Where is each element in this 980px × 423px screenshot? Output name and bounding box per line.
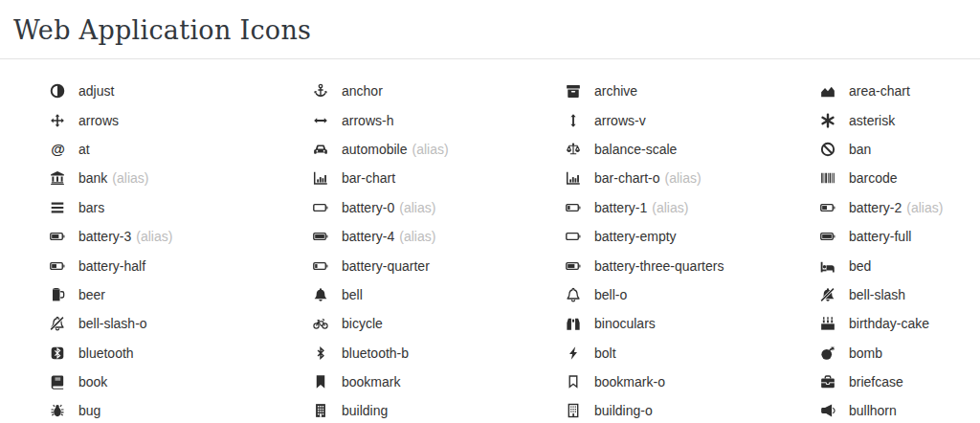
icon-list-item[interactable]: birthday-cake: [813, 316, 980, 331]
icon-list-item[interactable]: binoculars: [558, 316, 813, 331]
alias-badge: (alias): [906, 200, 943, 215]
icon-list-item[interactable]: book: [42, 374, 305, 390]
icon-list-item[interactable]: battery-three-quarters: [558, 258, 813, 274]
alias-badge: (alias): [399, 229, 435, 244]
icon-name: bluetooth-b: [342, 345, 409, 361]
icon-list-item[interactable]: beer: [42, 287, 305, 302]
icon-name: bell-slash: [849, 287, 905, 302]
icon-list-item[interactable]: bell-o: [558, 287, 813, 302]
icon-list-item[interactable]: @at: [42, 142, 305, 157]
arrows-v-icon: [558, 113, 581, 128]
icon-list-item[interactable]: battery-2(alias): [813, 200, 980, 215]
alias-badge: (alias): [412, 142, 449, 157]
icon-list-item[interactable]: bomb: [813, 345, 980, 361]
icon-list-item[interactable]: area-chart: [813, 83, 980, 99]
icon-list-item[interactable]: battery-3(alias): [42, 229, 305, 244]
icon-list-item[interactable]: asterisk: [813, 113, 980, 128]
icon-list-item[interactable]: bell: [305, 287, 558, 302]
icon-list-item[interactable]: briefcase: [813, 374, 980, 390]
battery-three-quarters-icon: [42, 229, 65, 244]
icon-list-item[interactable]: battery-half: [42, 258, 305, 274]
icon-name: bicycle: [342, 316, 383, 331]
icon-list-item[interactable]: bookmark-o: [558, 374, 813, 390]
binoculars-icon: [558, 316, 581, 331]
icon-list-item[interactable]: battery-4(alias): [305, 229, 558, 244]
icon-list-item[interactable]: bell-slash: [813, 287, 980, 302]
icon-list-item[interactable]: archive: [558, 83, 813, 99]
icon-list-item[interactable]: arrows: [42, 113, 305, 128]
icon-list-item[interactable]: bluetooth: [42, 345, 305, 361]
icon-list-item[interactable]: automobile(alias): [305, 142, 558, 157]
icon-name: bookmark: [342, 374, 400, 390]
bicycle-icon: [305, 316, 328, 331]
alias-badge: (alias): [136, 229, 172, 244]
icon-list-item[interactable]: bookmark: [305, 374, 558, 390]
icon-list-item[interactable]: bars: [42, 200, 305, 215]
icon-list-item[interactable]: bar-chart-o(alias): [558, 170, 813, 186]
arrows-h-icon: [305, 113, 328, 128]
page-header: Web Application Icons: [0, 15, 980, 59]
icon-name: book: [78, 374, 107, 390]
balance-scale-icon: [558, 142, 581, 157]
icon-list-item[interactable]: bar-chart: [305, 170, 558, 186]
bolt-icon: [558, 345, 581, 361]
icon-list-item[interactable]: arrows-h: [305, 113, 558, 128]
icon-list-item[interactable]: bank(alias): [42, 170, 305, 186]
icon-list-item[interactable]: bluetooth-b: [305, 345, 558, 361]
archive-icon: [558, 83, 581, 99]
building-icon: [305, 403, 328, 418]
car-icon: [305, 142, 328, 157]
battery-full-icon: [305, 229, 328, 244]
icon-list-item[interactable]: battery-empty: [558, 229, 813, 244]
icon-name: battery-4: [342, 229, 394, 244]
icon-list-item[interactable]: adjust: [42, 83, 305, 99]
icon-name: bluetooth: [78, 345, 134, 361]
icon-list-item[interactable]: battery-0(alias): [305, 200, 558, 215]
icon-list-item[interactable]: anchor: [305, 83, 558, 99]
icon-name: anchor: [342, 83, 383, 99]
divider: [0, 58, 980, 59]
icon-list-item[interactable]: building: [305, 403, 558, 418]
battery-three-quarters-icon: [558, 258, 581, 274]
icon-list-item[interactable]: bed: [813, 258, 980, 274]
icon-list-item[interactable]: bolt: [558, 345, 813, 361]
icon-list-item[interactable]: barcode: [813, 170, 980, 186]
icon-list-item[interactable]: bell-slash-o: [42, 316, 305, 331]
area-chart-icon: [813, 83, 835, 99]
icon-list-item[interactable]: bicycle: [305, 316, 558, 331]
icon-name: adjust: [78, 83, 114, 99]
icon-name: arrows: [78, 113, 119, 128]
icon-list-item[interactable]: bullhorn: [813, 403, 980, 418]
ban-icon: [813, 142, 835, 157]
battery-quarter-icon: [558, 200, 581, 215]
bed-icon: [813, 258, 835, 274]
book-icon: [42, 374, 65, 390]
icon-name: birthday-cake: [849, 316, 929, 331]
icon-list-item[interactable]: arrows-v: [558, 113, 813, 128]
icon-list-item[interactable]: balance-scale: [558, 142, 813, 157]
icon-list-item[interactable]: battery-1(alias): [558, 200, 813, 215]
icon-list-item[interactable]: battery-quarter: [305, 258, 558, 274]
icon-name: battery-full: [849, 229, 911, 244]
icon-name: bell-o: [594, 287, 627, 302]
bell-slash-icon: [813, 287, 835, 302]
icon-grid: adjustanchorarchivearea-chartarrowsarrow…: [42, 77, 980, 423]
alias-badge: (alias): [399, 200, 435, 215]
icon-name: battery-empty: [594, 229, 677, 244]
icon-list-item[interactable]: bug: [42, 403, 305, 418]
bomb-icon: [813, 345, 835, 361]
icon-name: battery-half: [78, 258, 145, 274]
icon-list-item[interactable]: battery-full: [813, 229, 980, 244]
icon-name: beer: [78, 287, 105, 302]
bank-icon: [42, 170, 65, 186]
icon-name: bed: [849, 258, 871, 274]
icon-list-item[interactable]: ban: [813, 142, 980, 157]
bluetooth-icon: [42, 345, 65, 361]
bookmark-icon: [305, 374, 328, 390]
page-title: Web Application Icons: [13, 15, 980, 46]
icon-name: battery-1: [594, 200, 647, 215]
briefcase-icon: [813, 374, 835, 390]
icon-name: arrows-h: [342, 113, 393, 128]
battery-quarter-icon: [305, 258, 328, 274]
icon-list-item[interactable]: building-o: [558, 403, 813, 418]
